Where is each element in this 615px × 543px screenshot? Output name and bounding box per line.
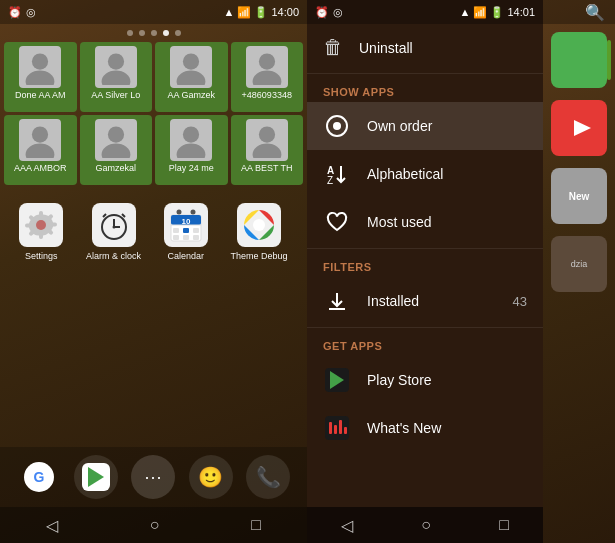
left-panel: ⏰ ◎ ▲ 📶 🔋 14:00 Done AA AM AA [0, 0, 307, 543]
contact-cell[interactable]: Gamzekal [80, 115, 153, 185]
order-icon [323, 112, 351, 140]
uninstall-label: Uninstall [359, 40, 413, 56]
app-label: Calendar [168, 251, 205, 261]
contact-cell[interactable]: AAA AMBOR [4, 115, 77, 185]
svg-marker-54 [574, 120, 591, 136]
svg-point-14 [259, 127, 275, 143]
page-dots [0, 24, 307, 42]
side-app-item-red[interactable] [547, 96, 611, 160]
dock-play-store[interactable] [74, 455, 118, 499]
get-apps-section: GET APPS [307, 330, 543, 356]
dot-3[interactable] [151, 30, 157, 36]
divider [307, 248, 543, 249]
installed-count: 43 [513, 294, 527, 309]
app-theme-debug[interactable]: Theme Debug [231, 203, 288, 261]
recent-button[interactable]: □ [499, 516, 509, 534]
uninstall-row[interactable]: 🗑 Uninstall [307, 24, 543, 71]
menu-item-whats-new[interactable]: What's New [307, 404, 543, 452]
alarm-icon: ⏰ [8, 6, 22, 19]
back-button[interactable]: ◁ [46, 516, 58, 535]
theme-debug-icon [237, 203, 281, 247]
alphabetical-label: Alphabetical [367, 166, 443, 182]
dot-1[interactable] [127, 30, 133, 36]
dock-sms[interactable]: 🙂 [189, 455, 233, 499]
svg-point-20 [112, 226, 115, 229]
avatar [246, 46, 288, 88]
contact-cell[interactable]: +486093348 [231, 42, 304, 112]
svg-point-9 [26, 144, 55, 158]
battery-icon: 🔋 [254, 6, 268, 19]
app-label: Alarm & clock [86, 251, 141, 261]
contact-cell[interactable]: Play 24 me [155, 115, 228, 185]
menu-item-most-used[interactable]: Most used [307, 198, 543, 246]
alarm-clock-icon [92, 203, 136, 247]
download-icon [323, 287, 351, 315]
contact-name: AA Gamzek [157, 90, 226, 100]
svg-point-0 [32, 54, 48, 70]
svg-point-5 [177, 71, 206, 85]
wifi-icon: ▲ [224, 6, 235, 18]
back-button[interactable]: ◁ [341, 516, 353, 535]
settings-icon [19, 203, 63, 247]
installed-label: Installed [367, 293, 419, 309]
svg-point-27 [176, 210, 181, 215]
contact-name: AAA AMBOR [6, 163, 75, 173]
svg-rect-53 [344, 427, 347, 434]
status-bar-left: ⏰ ◎ ▲ 📶 🔋 14:00 [0, 0, 307, 24]
app-calendar[interactable]: 10 Calendar [164, 203, 208, 261]
dock-apps[interactable]: ··· [131, 455, 175, 499]
trash-icon: 🗑 [323, 36, 343, 59]
svg-rect-52 [339, 420, 342, 434]
dock-phone[interactable]: 📞 [246, 455, 290, 499]
heart-icon [323, 208, 351, 236]
app-settings[interactable]: Settings [19, 203, 63, 261]
apps-row: Settings Alarm & clock [0, 193, 307, 267]
home-button[interactable]: ○ [421, 516, 431, 534]
contact-cell[interactable]: AA Silver Lo [80, 42, 153, 112]
svg-point-36 [253, 219, 265, 231]
svg-point-7 [252, 71, 281, 85]
home-button[interactable]: ○ [150, 516, 160, 534]
contact-cell[interactable]: AA Gamzek [155, 42, 228, 112]
divider [307, 73, 543, 74]
side-app-item-dzia[interactable]: dzia [547, 232, 611, 296]
contact-name: Gamzekal [82, 163, 151, 173]
svg-point-12 [183, 127, 199, 143]
dot-5[interactable] [175, 30, 181, 36]
svg-rect-29 [173, 228, 179, 233]
avatar [19, 119, 61, 161]
contacts-grid: Done AA AM AA Silver Lo AA Gamzek +48609… [0, 42, 307, 185]
menu-overlay: ⏰ ◎ ▲ 📶 🔋 14:01 🗑 Uninstall SHOW APPS [307, 0, 543, 543]
signal-icon: 📶 [473, 6, 487, 19]
search-icon[interactable]: 🔍 [581, 0, 609, 26]
time-left: 14:00 [271, 6, 299, 18]
contact-name: Done AA AM [6, 90, 75, 100]
dock-google[interactable]: G [17, 455, 61, 499]
battery-icon: 🔋 [490, 6, 504, 19]
svg-rect-50 [329, 422, 332, 434]
play-store-label: Play Store [367, 372, 432, 388]
menu-item-play-store[interactable]: Play Store [307, 356, 543, 404]
svg-text:G: G [33, 469, 44, 485]
contact-cell[interactable]: AA BEST TH [231, 115, 304, 185]
app-alarm-clock[interactable]: Alarm & clock [86, 203, 141, 261]
svg-point-10 [108, 127, 124, 143]
menu-item-alphabetical[interactable]: A Z Alphabetical [307, 150, 543, 198]
menu-item-own-order[interactable]: Own order [307, 102, 543, 150]
wifi-icon: ▲ [460, 6, 471, 18]
own-order-label: Own order [367, 118, 432, 134]
svg-point-1 [26, 71, 55, 85]
side-app-item-grey[interactable]: New [547, 164, 611, 228]
recent-button[interactable]: □ [251, 516, 261, 534]
menu-item-installed[interactable]: Installed 43 [307, 277, 543, 325]
svg-point-28 [190, 210, 195, 215]
dot-4[interactable] [163, 30, 169, 36]
contact-cell[interactable]: Done AA AM [4, 42, 77, 112]
status-bar-right: ⏰ ◎ ▲ 📶 🔋 14:01 [307, 0, 543, 24]
dot-2[interactable] [139, 30, 145, 36]
circle-icon: ◎ [26, 6, 36, 19]
active-indicator [607, 40, 611, 80]
side-app-item-green[interactable] [547, 28, 611, 92]
calendar-icon: 10 [164, 203, 208, 247]
dock: G ··· 🙂 📞 [0, 447, 307, 507]
